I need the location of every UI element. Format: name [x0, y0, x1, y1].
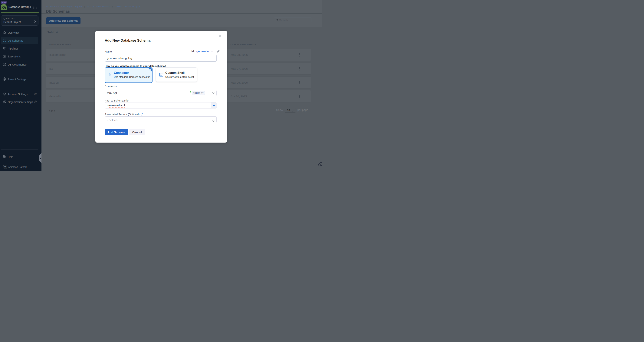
svg-text:?: ?: [4, 156, 4, 157]
